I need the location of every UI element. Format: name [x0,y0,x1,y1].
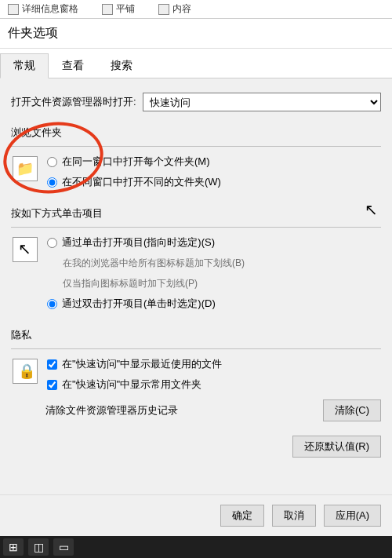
radio-double-click[interactable] [47,299,57,309]
check-recent-files[interactable] [47,359,57,370]
divider [11,348,381,349]
clear-history-label: 清除文件资源管理器历史记录 [45,403,178,418]
explorer-icon[interactable]: ▭ [53,538,74,556]
ribbon-content[interactable]: 内容 [158,2,191,16]
radio-diff-window[interactable] [47,177,57,188]
details-icon [8,4,19,15]
radio-double-click-label[interactable]: 通过双击打开项目(单击时选定)(D) [62,297,216,311]
ribbon-tile-label: 平铺 [116,2,135,16]
radio-diff-window-label[interactable]: 在不同窗口中打开不同的文件夹(W) [62,175,221,189]
tab-general[interactable]: 常规 [0,53,49,78]
divider [11,146,381,147]
apply-button[interactable]: 应用(A) [324,505,381,527]
taskbar: ⊞ ◫ ▭ [0,536,392,558]
ribbon-details-label: 详细信息窗格 [22,2,78,16]
tab-bar: 常规 查看 搜索 [0,49,392,78]
ribbon-tile[interactable]: 平铺 [102,2,135,16]
folder-icon [13,156,38,181]
check-freq-folders[interactable] [47,380,57,390]
radio-same-window[interactable] [47,157,57,167]
tile-icon [102,4,113,15]
radio-same-window-label[interactable]: 在同一窗口中打开每个文件夹(M) [62,155,210,169]
ribbon-details-pane[interactable]: 详细信息窗格 [8,2,78,16]
dialog-title: 件夹选项 [0,19,392,49]
check-recent-files-label[interactable]: 在"快速访问"中显示最近使用的文件 [62,357,222,371]
open-with-select[interactable]: 快速访问 [143,93,381,111]
dialog-button-bar: 确定 取消 应用(A) [0,494,392,536]
privacy-group-title: 隐私 [11,328,381,342]
ok-button[interactable]: 确定 [220,505,264,527]
content-icon [158,4,169,15]
cancel-button[interactable]: 取消 [272,505,316,527]
cursor-icon [13,237,38,262]
tab-view[interactable]: 查看 [49,53,97,78]
radio-single-click[interactable] [47,238,57,248]
ribbon-bar: 详细信息窗格 平铺 内容 [0,0,392,19]
click-group-title: 按如下方式单击项目 [11,206,381,221]
tab-search[interactable]: 搜索 [97,53,146,78]
open-with-label: 打开文件资源管理器时打开: [11,95,136,109]
privacy-icon [13,359,38,384]
ribbon-content-label: 内容 [172,2,191,16]
clear-button[interactable]: 清除(C) [323,399,381,421]
restore-defaults-button[interactable]: 还原默认值(R) [292,436,381,458]
divider [11,227,381,228]
tab-content-general: 打开文件资源管理器时打开: 快速访问 浏览文件夹 在同一窗口中打开每个文件夹(M… [0,78,392,465]
task-view-icon[interactable]: ◫ [28,538,49,556]
browse-group-title: 浏览文件夹 [11,126,381,140]
start-button[interactable]: ⊞ [3,538,24,556]
sub-underline-hover: 仅当指向图标标题时加下划线(P) [63,276,245,290]
radio-single-click-label[interactable]: 通过单击打开项目(指向时选定)(S) [62,235,215,250]
check-freq-folders-label[interactable]: 在"快速访问"中显示常用文件夹 [62,377,201,392]
sub-underline-all: 在我的浏览器中给所有图标标题加下划线(B) [63,256,245,270]
